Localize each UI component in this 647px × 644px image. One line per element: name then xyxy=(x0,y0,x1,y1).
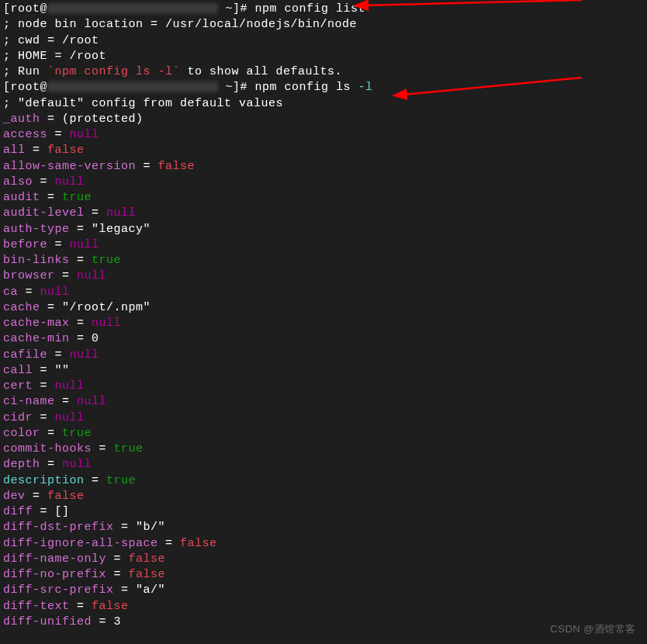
config-bin-links: bin-links = true xyxy=(3,253,644,268)
output-cwd: ; cwd = /root xyxy=(3,33,644,49)
config-cert: cert = null xyxy=(3,379,644,394)
watermark: CSDN @酒馆常客 xyxy=(550,622,636,636)
config-key: commit-hooks xyxy=(3,442,92,455)
command-2: npm config ls xyxy=(255,81,358,94)
config-value: true xyxy=(106,474,136,487)
config-also: also = null xyxy=(3,175,644,190)
config-value: false xyxy=(47,490,85,503)
config-value: null xyxy=(55,379,85,393)
config-value: [] xyxy=(55,505,70,518)
config-all: all = false xyxy=(3,143,644,158)
config-allow-same-version: allow-same-version = false xyxy=(3,159,644,175)
config-cidr: cidr = null xyxy=(3,410,644,426)
config-key: also xyxy=(3,175,33,189)
config-value: false xyxy=(47,144,85,157)
config-value: "/root/.npm" xyxy=(62,301,151,314)
config-access: access = null xyxy=(3,127,644,143)
config-key: before xyxy=(3,238,47,251)
config-value: false xyxy=(92,600,129,613)
config-diff-unified: diff-unified = 3 xyxy=(3,615,644,630)
config-color: color = true xyxy=(3,426,644,441)
config-value: null xyxy=(40,286,70,299)
config-key: cert xyxy=(3,379,33,393)
config-call: call = "" xyxy=(3,363,644,379)
config-value: "legacy" xyxy=(92,223,151,236)
prompt-path: ~]# xyxy=(218,2,255,16)
default-header: ; "default" config from default values xyxy=(3,96,644,112)
prompt-user: [root@ xyxy=(3,81,47,94)
run-hint: ; Run `npm config ls -l` to show all def… xyxy=(3,64,644,80)
config-diff-no-prefix: diff-no-prefix = false xyxy=(3,567,644,583)
config-key: cache-max xyxy=(3,317,70,330)
config-ca: ca = null xyxy=(3,285,644,300)
config-value: 0 xyxy=(92,332,99,345)
config-value: null xyxy=(77,269,106,282)
config-value: null xyxy=(70,348,99,362)
config-value: true xyxy=(62,191,92,204)
config-value: null xyxy=(55,175,85,189)
output-node_bin: ; node bin location = /usr/local/nodejs/… xyxy=(3,17,644,33)
config-key: access xyxy=(3,128,47,141)
config-value: false xyxy=(158,160,195,173)
config-key: cache xyxy=(3,301,40,314)
config-key: color xyxy=(3,427,40,440)
redacted-hostname xyxy=(47,3,218,14)
config-value: null xyxy=(77,395,106,408)
config-key: diff-unified xyxy=(3,615,92,628)
output-home: ; HOME = /root xyxy=(3,49,644,64)
config-key: diff-src-prefix xyxy=(3,583,114,597)
terminal-output: [root@ ~]# npm config list; node bin loc… xyxy=(3,2,644,630)
config-key: ca xyxy=(3,286,18,299)
config-diff: diff = [] xyxy=(3,504,644,520)
config-key: cache-min xyxy=(3,332,70,345)
config-value: 3 xyxy=(114,615,122,628)
prompt-path: ~]# xyxy=(218,81,255,94)
config-key: dev xyxy=(3,490,26,503)
config-value: false xyxy=(129,568,166,581)
redacted-hostname xyxy=(47,81,218,92)
config-key: audit xyxy=(3,191,40,204)
config-key: diff xyxy=(3,505,33,518)
config-value: null xyxy=(70,238,99,251)
config-value: (protected) xyxy=(62,113,144,126)
command-1: npm config list xyxy=(255,2,366,16)
config-cache: cache = "/root/.npm" xyxy=(3,300,644,316)
config-key: cafile xyxy=(3,348,47,362)
config-value: false xyxy=(180,537,217,550)
config-description: description = true xyxy=(3,473,644,489)
config-value: true xyxy=(114,442,144,455)
config-audit: audit = true xyxy=(3,190,644,206)
config-_auth: _auth = (protected) xyxy=(3,112,644,127)
config-value: true xyxy=(62,427,92,440)
config-browser: browser = null xyxy=(3,268,644,284)
prompt-line-2: [root@ ~]# npm config ls -l xyxy=(3,80,644,95)
config-key: auth-type xyxy=(3,223,70,236)
config-key: _auth xyxy=(3,113,40,126)
config-key: diff-text xyxy=(3,600,70,613)
config-key: call xyxy=(3,364,33,377)
config-audit-level: audit-level = null xyxy=(3,206,644,221)
config-key: all xyxy=(3,144,26,157)
config-auth-type: auth-type = "legacy" xyxy=(3,222,644,237)
config-value: null xyxy=(106,206,136,220)
config-value: false xyxy=(129,552,166,566)
config-key: depth xyxy=(3,458,40,471)
config-dev: dev = false xyxy=(3,489,644,504)
config-key: diff-no-prefix xyxy=(3,568,106,581)
config-key: cidr xyxy=(3,411,33,424)
config-key: diff-ignore-all-space xyxy=(3,537,158,550)
config-value: null xyxy=(55,411,85,424)
config-cache-min: cache-min = 0 xyxy=(3,331,644,347)
config-diff-name-only: diff-name-only = false xyxy=(3,552,644,567)
config-key: audit-level xyxy=(3,206,85,220)
config-key: bin-links xyxy=(3,254,70,267)
config-value: "b/" xyxy=(136,521,165,534)
config-diff-src-prefix: diff-src-prefix = "a/" xyxy=(3,583,644,598)
config-value: null xyxy=(70,128,99,141)
config-commit-hooks: commit-hooks = true xyxy=(3,441,644,457)
config-diff-text: diff-text = false xyxy=(3,599,644,615)
config-key: browser xyxy=(3,269,55,282)
prompt-line-1: [root@ ~]# npm config list xyxy=(3,2,644,17)
hint-command: `npm config ls -l` xyxy=(47,65,180,78)
config-cache-max: cache-max = null xyxy=(3,316,644,331)
